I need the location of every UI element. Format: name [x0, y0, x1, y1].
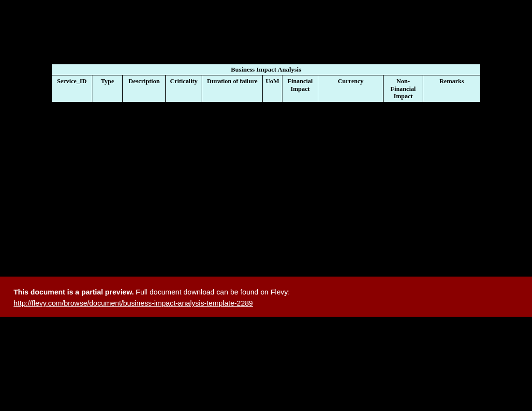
col-financial-impact: Financial Impact — [282, 75, 318, 103]
table-header-row: Service_ID Type Description Criticality … — [52, 75, 481, 103]
col-currency: Currency — [318, 75, 383, 103]
banner-rest: Full document download can be found on F… — [134, 288, 290, 296]
bia-table: Business Impact Analysis Service_ID Type… — [51, 64, 481, 103]
col-uom: UoM — [263, 75, 282, 103]
bia-table-container: Business Impact Analysis Service_ID Type… — [51, 64, 481, 103]
col-criticality: Criticality — [165, 75, 202, 103]
banner-link[interactable]: http://flevy.com/browse/document/busines… — [14, 299, 253, 307]
col-remarks: Remarks — [423, 75, 481, 103]
col-non-financial-impact: Non-Financial Impact — [384, 75, 423, 103]
preview-banner: This document is a partial preview. Full… — [0, 277, 532, 317]
col-description: Description — [123, 75, 165, 103]
col-service-id: Service_ID — [52, 75, 92, 103]
col-type: Type — [92, 75, 122, 103]
banner-bold: This document is a partial preview. — [14, 288, 134, 296]
table-title: Business Impact Analysis — [52, 64, 481, 75]
col-duration: Duration of failure — [202, 75, 263, 103]
